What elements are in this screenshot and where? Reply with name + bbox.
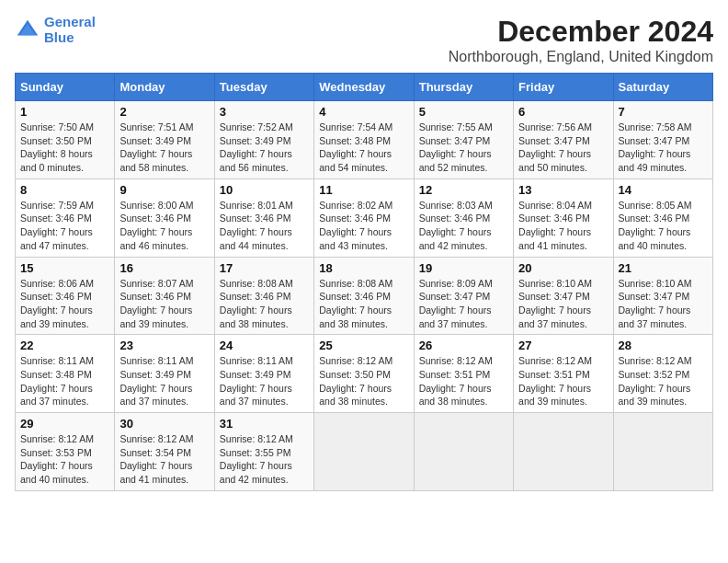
day-info: Sunrise: 8:12 AMSunset: 3:53 PMDaylight:… [20,432,109,487]
day-info: Sunrise: 7:50 AMSunset: 3:50 PMDaylight:… [20,121,109,175]
day-number: 28 [619,339,708,352]
calendar-week-row: 8Sunrise: 7:59 AMSunset: 3:46 PMDaylight… [16,178,713,257]
calendar-cell: 9Sunrise: 8:00 AMSunset: 3:46 PMDaylight… [115,178,214,257]
calendar-cell: 31Sunrise: 8:12 AMSunset: 3:55 PMDayligh… [214,413,313,491]
logo-icon [15,17,40,43]
day-info: Sunrise: 8:12 AMSunset: 3:55 PMDaylight:… [220,432,309,487]
calendar-week-row: 1Sunrise: 7:50 AMSunset: 3:50 PMDaylight… [16,101,713,179]
calendar-cell: 20Sunrise: 8:10 AMSunset: 3:47 PMDayligh… [514,257,613,335]
day-info: Sunrise: 8:10 AMSunset: 3:47 PMDaylight:… [518,277,608,331]
day-number: 27 [518,339,608,352]
day-number: 3 [220,105,309,119]
day-info: Sunrise: 8:12 AMSunset: 3:50 PMDaylight:… [319,354,408,408]
day-info: Sunrise: 8:02 AMSunset: 3:46 PMDaylight:… [319,199,408,253]
calendar-cell: 30Sunrise: 8:12 AMSunset: 3:54 PMDayligh… [115,413,214,491]
calendar-body: 1Sunrise: 7:50 AMSunset: 3:50 PMDaylight… [16,101,713,491]
day-info: Sunrise: 8:12 AMSunset: 3:51 PMDaylight:… [518,354,608,408]
calendar-day-header: Sunday [16,74,115,101]
day-info: Sunrise: 8:05 AMSunset: 3:46 PMDaylight:… [619,199,708,253]
calendar-cell: 1Sunrise: 7:50 AMSunset: 3:50 PMDaylight… [16,101,115,179]
calendar-day-header: Wednesday [314,74,414,101]
day-info: Sunrise: 7:56 AMSunset: 3:47 PMDaylight:… [518,121,608,175]
main-title: December 2024 [449,15,713,49]
day-number: 2 [119,105,209,119]
calendar-cell: 12Sunrise: 8:03 AMSunset: 3:46 PMDayligh… [414,178,513,257]
calendar-cell: 28Sunrise: 8:12 AMSunset: 3:52 PMDayligh… [613,335,712,413]
logo: General Blue [15,15,96,45]
day-number: 10 [220,183,309,197]
day-number: 31 [220,417,309,431]
page-header: General Blue December 2024 Northborough,… [15,15,713,65]
day-number: 30 [119,417,209,431]
day-number: 17 [220,261,309,275]
day-info: Sunrise: 7:54 AMSunset: 3:48 PMDaylight:… [319,121,408,175]
calendar-cell: 11Sunrise: 8:02 AMSunset: 3:46 PMDayligh… [314,178,414,257]
calendar-day-header: Saturday [613,74,712,101]
day-info: Sunrise: 7:58 AMSunset: 3:47 PMDaylight:… [619,121,708,175]
day-info: Sunrise: 7:59 AMSunset: 3:46 PMDaylight:… [20,199,109,253]
day-info: Sunrise: 8:11 AMSunset: 3:49 PMDaylight:… [220,354,309,408]
day-info: Sunrise: 7:55 AMSunset: 3:47 PMDaylight:… [419,121,508,175]
calendar-cell: 16Sunrise: 8:07 AMSunset: 3:46 PMDayligh… [115,257,214,335]
calendar-cell: 24Sunrise: 8:11 AMSunset: 3:49 PMDayligh… [214,335,313,413]
day-info: Sunrise: 8:07 AMSunset: 3:46 PMDaylight:… [119,277,209,331]
calendar-cell: 19Sunrise: 8:09 AMSunset: 3:47 PMDayligh… [414,257,513,335]
day-number: 16 [119,261,209,275]
day-info: Sunrise: 8:12 AMSunset: 3:52 PMDaylight:… [619,354,708,408]
calendar-cell: 8Sunrise: 7:59 AMSunset: 3:46 PMDaylight… [16,178,115,257]
calendar-cell: 10Sunrise: 8:01 AMSunset: 3:46 PMDayligh… [214,178,313,257]
calendar-cell [613,413,712,491]
calendar-cell: 23Sunrise: 8:11 AMSunset: 3:49 PMDayligh… [115,335,214,413]
calendar-header-row: SundayMondayTuesdayWednesdayThursdayFrid… [16,74,713,101]
day-info: Sunrise: 8:09 AMSunset: 3:47 PMDaylight:… [419,277,508,331]
calendar-day-header: Friday [514,74,613,101]
day-info: Sunrise: 8:12 AMSunset: 3:54 PMDaylight:… [119,432,209,487]
calendar-cell: 18Sunrise: 8:08 AMSunset: 3:46 PMDayligh… [314,257,414,335]
day-number: 13 [518,183,608,197]
calendar-cell [414,413,513,491]
calendar-cell: 21Sunrise: 8:10 AMSunset: 3:47 PMDayligh… [613,257,712,335]
day-number: 22 [20,339,109,352]
day-info: Sunrise: 8:06 AMSunset: 3:46 PMDaylight:… [20,277,109,331]
day-info: Sunrise: 8:11 AMSunset: 3:49 PMDaylight:… [119,354,209,408]
day-info: Sunrise: 8:00 AMSunset: 3:46 PMDaylight:… [119,199,209,253]
day-number: 15 [20,261,109,275]
calendar-cell: 7Sunrise: 7:58 AMSunset: 3:47 PMDaylight… [613,101,712,179]
calendar-cell: 13Sunrise: 8:04 AMSunset: 3:46 PMDayligh… [514,178,613,257]
day-number: 7 [619,105,708,119]
day-info: Sunrise: 8:04 AMSunset: 3:46 PMDaylight:… [518,199,608,253]
day-number: 29 [20,417,109,431]
day-number: 23 [119,339,209,352]
calendar-cell: 27Sunrise: 8:12 AMSunset: 3:51 PMDayligh… [514,335,613,413]
calendar-cell: 4Sunrise: 7:54 AMSunset: 3:48 PMDaylight… [314,101,414,179]
calendar-week-row: 22Sunrise: 8:11 AMSunset: 3:48 PMDayligh… [16,335,713,413]
calendar-table: SundayMondayTuesdayWednesdayThursdayFrid… [15,73,713,491]
day-number: 9 [119,183,209,197]
calendar-day-header: Thursday [414,74,513,101]
calendar-cell [514,413,613,491]
day-number: 6 [518,105,608,119]
calendar-cell: 14Sunrise: 8:05 AMSunset: 3:46 PMDayligh… [613,178,712,257]
day-number: 11 [319,183,408,197]
day-info: Sunrise: 8:11 AMSunset: 3:48 PMDaylight:… [20,354,109,408]
subtitle: Northborough, England, United Kingdom [449,49,713,65]
day-number: 19 [419,261,508,275]
day-number: 1 [20,105,109,119]
calendar-cell: 3Sunrise: 7:52 AMSunset: 3:49 PMDaylight… [214,101,313,179]
day-number: 26 [419,339,508,352]
day-number: 5 [419,105,508,119]
day-info: Sunrise: 8:08 AMSunset: 3:46 PMDaylight:… [319,277,408,331]
calendar-cell: 6Sunrise: 7:56 AMSunset: 3:47 PMDaylight… [514,101,613,179]
calendar-cell: 22Sunrise: 8:11 AMSunset: 3:48 PMDayligh… [16,335,115,413]
day-number: 21 [619,261,708,275]
day-info: Sunrise: 8:08 AMSunset: 3:46 PMDaylight:… [220,277,309,331]
day-number: 24 [220,339,309,352]
day-info: Sunrise: 8:12 AMSunset: 3:51 PMDaylight:… [419,354,508,408]
day-number: 8 [20,183,109,197]
logo-text: General Blue [44,15,96,45]
day-number: 25 [319,339,408,352]
day-number: 12 [419,183,508,197]
calendar-week-row: 15Sunrise: 8:06 AMSunset: 3:46 PMDayligh… [16,257,713,335]
day-number: 18 [319,261,408,275]
day-info: Sunrise: 7:52 AMSunset: 3:49 PMDaylight:… [220,121,309,175]
